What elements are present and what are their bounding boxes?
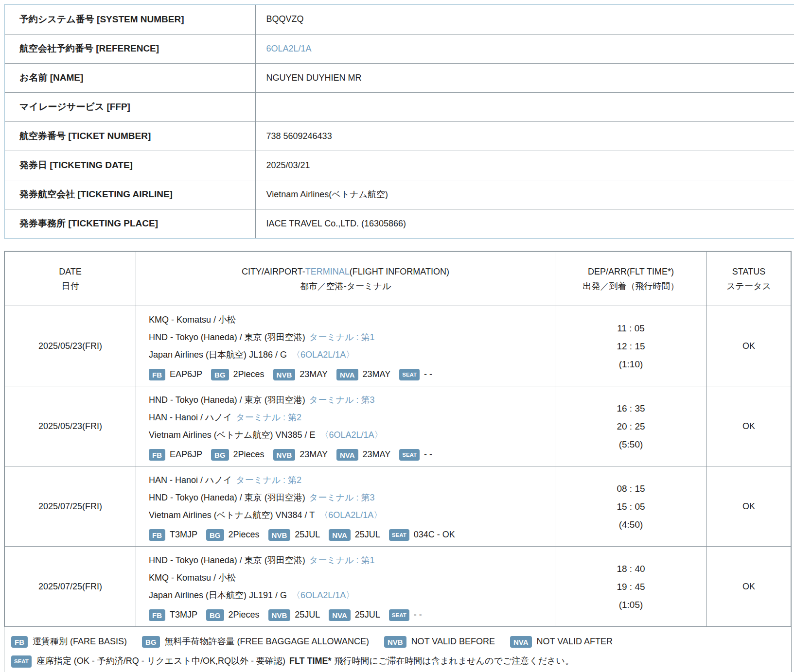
booking-label: 発券日 [TICKETING DATE] [5, 151, 255, 180]
legend-line-2: SEAT座席指定 (OK - 予約済/RQ - リクエスト中/OK,RQ以外 -… [11, 651, 785, 671]
bg-badge: BG [206, 529, 224, 541]
nvb-value: 23MAY [300, 449, 328, 459]
header-city-airport: CITY/AIRPORT-TERMINAL(FLIGHT INFORMATION… [136, 252, 555, 306]
booking-row-reference: 航空会社予約番号 [REFERENCE] 6OLA2L/1A [5, 34, 794, 63]
airline-reference-link[interactable]: 〈6OLA2L/1A〉 [292, 590, 354, 600]
departure-time: 18 : 40 [556, 560, 706, 578]
fare-badges-line: FBEAP6JPBG2PiecesNVB23MAYNVA23MAYSEAT- - [149, 446, 550, 463]
departure-time: 16 : 35 [556, 399, 706, 417]
nvb-badge: NVB [268, 529, 291, 541]
reference-link[interactable]: 6OLA2L/1A [266, 44, 312, 53]
fare-badges-line: FBEAP6JPBG2PiecesNVB23MAYNVA23MAYSEAT- - [149, 366, 550, 382]
arrival-time: 15 : 05 [556, 498, 706, 516]
flight-time: (1:05) [556, 596, 706, 614]
terminal-link[interactable]: ターミナル : 第3 [309, 493, 375, 502]
departure-time: 08 : 15 [556, 480, 706, 498]
ticket-number-value: 738 5609246433 [255, 121, 794, 151]
seat-badge: SEAT [389, 609, 409, 621]
seat-badge: SEAT [11, 655, 32, 668]
bg-badge: BG [142, 636, 160, 648]
legend-bg-text: 無料手荷物許容量 (FREE BAGGAGE ALLOWANCE) [165, 637, 369, 646]
fb-badge: FB [149, 529, 165, 541]
destination-line: HND - Tokyo (Haneda) / 東京 (羽田空港)ターミナル : … [149, 489, 550, 506]
booking-label: 発券事務所 [TICKETING PLACE] [5, 209, 255, 238]
origin-line: HAN - Hanoi / ハノイターミナル : 第2 [149, 471, 550, 489]
terminal-link[interactable]: ターミナル : 第1 [309, 332, 375, 342]
status-value: OK [707, 386, 791, 466]
seat-badge: SEAT [399, 369, 420, 381]
nvb-value: 25JUL [295, 610, 320, 620]
seat-value: - - [424, 449, 432, 459]
booking-label: 発券航空会社 [TICKETING AIRLINE] [5, 180, 255, 209]
ticketing-place-value: IACE TRAVEL Co.,LTD. (16305866) [255, 209, 794, 238]
bg-badge: BG [211, 449, 229, 461]
terminal-link[interactable]: ターミナル : 第3 [309, 395, 375, 405]
origin-line: HND - Tokyo (Haneda) / 東京 (羽田空港)ターミナル : … [149, 391, 550, 409]
airline-reference-link[interactable]: 〈6OLA2L/1A〉 [292, 350, 354, 360]
seat-badge: SEAT [389, 529, 409, 541]
booking-info-table: 予約システム番号 [SYSTEM NUMBER] BQQVZQ 航空会社予約番号… [4, 4, 794, 239]
status-value: OK [707, 466, 791, 547]
flight-info-line: Vietnam Airlines (ベトナム航空) VN384 / T〈6OLA… [149, 506, 550, 524]
system-number-value: BQQVZQ [255, 5, 794, 34]
itinerary-header-row: DATE 日付 CITY/AIRPORT-TERMINAL(FLIGHT INF… [5, 252, 791, 306]
fb-badge: FB [149, 369, 165, 380]
booking-label: 航空会社予約番号 [REFERENCE] [5, 34, 255, 63]
booking-label: 航空券番号 [TICKET NUMBER] [5, 121, 255, 151]
dep-arr-times: 16 : 35 20 : 25 (5:50) [555, 386, 707, 466]
flight-row: 2025/07/25(FRI) HAN - Hanoi / ハノイターミナル :… [5, 466, 791, 547]
booking-row-system-number: 予約システム番号 [SYSTEM NUMBER] BQQVZQ [5, 5, 794, 34]
nva-value: 25JUL [355, 530, 380, 539]
booking-row-ticketing-place: 発券事務所 [TICKETING PLACE] IACE TRAVEL Co.,… [5, 209, 794, 238]
fare-basis-value: EAP6JP [170, 369, 202, 379]
header-dep-arr: DEP/ARR(FLT TIME*) 出発／到着（飛行時間） [555, 252, 707, 306]
terminal-link[interactable]: ターミナル : 第2 [236, 475, 301, 485]
nva-badge: NVA [336, 449, 358, 461]
fare-basis-value: T3MJP [170, 610, 197, 620]
baggage-value: 2Pieces [229, 530, 260, 539]
seat-value: - - [414, 610, 422, 620]
dep-arr-times: 08 : 15 15 : 05 (4:50) [555, 466, 707, 547]
nvb-badge: NVB [273, 369, 296, 380]
ticketing-date-value: 2025/03/21 [255, 151, 794, 180]
nva-badge: NVA [329, 529, 351, 541]
booking-row-ffp: マイレージサービス [FFP] [5, 92, 794, 121]
legend-nvb-text: NOT VALID BEFORE [411, 637, 495, 646]
baggage-value: 2Pieces [229, 610, 260, 620]
fare-badges-line: FBT3MJPBG2PiecesNVB25JULNVA25JULSEAT- - [149, 606, 550, 623]
terminal-link[interactable]: ターミナル : 第2 [236, 413, 301, 422]
nva-value: 23MAY [363, 369, 391, 379]
flight-info-line: Vietnam Airlines (ベトナム航空) VN385 / E〈6OLA… [149, 426, 550, 444]
airline-reference-link[interactable]: 〈6OLA2L/1A〉 [320, 430, 383, 440]
flight-time: (4:50) [556, 516, 706, 534]
departure-time: 11 : 05 [556, 319, 706, 337]
nva-value: 25JUL [355, 610, 380, 620]
dep-arr-times: 11 : 05 12 : 15 (1:10) [555, 306, 707, 386]
booking-row-name: お名前 [NAME] NGUYEN DUYHIEN MR [5, 63, 794, 92]
flight-row: 2025/05/23(FRI) HND - Tokyo (Haneda) / 東… [5, 386, 791, 466]
ffp-value [255, 92, 794, 121]
bg-badge: BG [206, 609, 224, 621]
origin-line: KMQ - Komatsu / 小松 [149, 311, 550, 328]
fare-badges-line: FBT3MJPBG2PiecesNVB25JULNVA25JULSEAT034C… [149, 526, 550, 543]
destination-line: HND - Tokyo (Haneda) / 東京 (羽田空港)ターミナル : … [149, 328, 550, 346]
status-value: OK [707, 306, 791, 386]
legend-nva-text: NOT VALID AFTER [537, 637, 613, 646]
terminal-link[interactable]: ターミナル : 第1 [309, 555, 375, 565]
flight-date: 2025/07/25(FRI) [5, 466, 136, 547]
fare-basis-value: T3MJP [170, 530, 197, 539]
origin-line: HND - Tokyo (Haneda) / 東京 (羽田空港)ターミナル : … [149, 551, 550, 569]
baggage-value: 2Pieces [233, 369, 265, 379]
arrival-time: 12 : 15 [556, 337, 706, 355]
booking-label: お名前 [NAME] [5, 63, 255, 92]
destination-line: HAN - Hanoi / ハノイターミナル : 第2 [149, 409, 550, 426]
bg-badge: BG [211, 369, 229, 380]
airline-reference-link[interactable]: 〈6OLA2L/1A〉 [319, 510, 382, 520]
seat-value: 034C - OK [414, 530, 455, 539]
flight-row: 2025/07/25(FRI) HND - Tokyo (Haneda) / 東… [5, 547, 791, 627]
booking-row-ticketing-date: 発券日 [TICKETING DATE] 2025/03/21 [5, 151, 794, 180]
nvb-badge: NVB [268, 609, 291, 621]
legend-seat-text: 座席指定 (OK - 予約済/RQ - リクエスト中/OK,RQ以外 - 要確認… [36, 656, 285, 666]
fb-badge: FB [149, 449, 165, 461]
nva-value: 23MAY [363, 449, 391, 459]
